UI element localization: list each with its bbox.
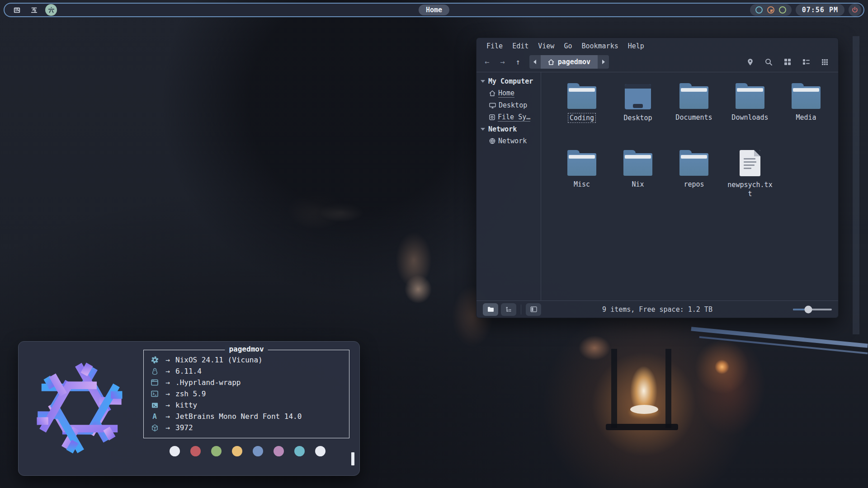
sidebar-item-network[interactable]: Network (476, 135, 541, 147)
sidebar-section-my-computer[interactable]: My Computer (476, 75, 541, 87)
fetch-shell-value: zsh 5.9 (175, 389, 206, 398)
menubar: File Edit View Go Bookmarks Help (476, 38, 838, 52)
terminal-window[interactable]: pagedmov → NixOS 24.11 (Vicuna) (18, 341, 360, 476)
list-view-icon (802, 58, 810, 66)
file-item-downloads[interactable]: Downloads (722, 82, 778, 149)
nixos-logo (30, 359, 129, 457)
terminal-color-palette (170, 446, 349, 456)
collapse-caret-icon (481, 80, 485, 83)
fetch-row-terminal: → kitty (149, 399, 344, 411)
path-segment-home[interactable]: pagedmov (541, 55, 598, 69)
folder-icon (679, 86, 708, 109)
back-button[interactable]: ← (485, 57, 489, 66)
forward-button[interactable]: → (500, 57, 505, 66)
packages-cube-icon (149, 424, 160, 432)
home-icon (548, 59, 554, 65)
path-scroll-left-button[interactable] (529, 55, 541, 69)
active-window-title[interactable]: Home (419, 5, 449, 15)
desktop-folder-icon (625, 84, 651, 109)
palette-dot-7 (315, 446, 326, 456)
up-button[interactable]: ↑ (516, 57, 520, 66)
filesystem-icon (489, 114, 495, 120)
file-label: Nix (632, 180, 644, 189)
icon-view-button[interactable] (784, 58, 791, 66)
file-item-coding[interactable]: Coding (554, 82, 610, 149)
fetch-row-shell: → zsh 5.9 (149, 388, 344, 399)
bar-right-modules: 07:56 PM (750, 4, 863, 16)
terminal-cursor (351, 452, 354, 465)
file-item-newpsych-txt[interactable]: newpsych.txt (722, 149, 778, 216)
arrow-icon: → (160, 401, 175, 409)
file-manager-window: File Edit View Go Bookmarks Help ← → ↑ p… (476, 38, 839, 318)
file-label: Downloads (731, 113, 768, 122)
menu-file[interactable]: File (486, 42, 503, 50)
side-panel-toggle-button[interactable] (526, 303, 541, 316)
file-item-media[interactable]: Media (778, 82, 834, 149)
list-view-button[interactable] (802, 58, 810, 66)
arrow-icon: → (160, 367, 175, 375)
power-button[interactable] (849, 4, 861, 16)
palette-dot-1 (190, 446, 201, 456)
file-item-misc[interactable]: Misc (554, 149, 610, 216)
fastfetch-box: pagedmov → NixOS 24.11 (Vicuna) (143, 350, 349, 438)
wm-window-icon (149, 379, 160, 386)
places-pane-button[interactable] (483, 303, 498, 316)
workspace-6-active[interactable] (45, 4, 57, 16)
sidebar-item-home[interactable]: Home (476, 87, 541, 99)
green-ring-icon[interactable] (779, 6, 786, 14)
desktop-icon (489, 103, 496, 108)
power-icon (851, 6, 859, 14)
tree-pane-button[interactable] (501, 303, 516, 316)
compact-view-icon (821, 59, 828, 66)
menu-help[interactable]: Help (628, 42, 644, 50)
fetch-row-font: A → JetBrains Mono Nerd Font 14.0 (149, 411, 344, 422)
location-pin-button[interactable] (747, 58, 754, 66)
grid-view-icon (784, 58, 791, 66)
file-item-documents[interactable]: Documents (666, 82, 722, 149)
home-icon (489, 90, 495, 96)
file-label: repos (684, 180, 704, 189)
search-button[interactable] (765, 58, 773, 66)
workspace-4[interactable] (11, 4, 23, 16)
clock[interactable]: 07:56 PM (796, 4, 844, 16)
menu-edit[interactable]: Edit (512, 42, 528, 50)
file-grid: Coding Desktop Documents Downloads Media… (541, 72, 838, 300)
menu-bookmarks[interactable]: Bookmarks (581, 42, 618, 50)
sidebar-item-label: File Sy… (498, 113, 530, 122)
path-scroll-right-button[interactable] (598, 55, 609, 69)
file-label: Desktop (623, 113, 652, 122)
sidebar-section-network[interactable]: Network (476, 123, 541, 135)
workspace-5[interactable] (28, 4, 40, 16)
fetch-font-value: JetBrains Mono Nerd Font 14.0 (175, 412, 302, 421)
sidebar-item-label: Network (498, 137, 527, 145)
arrow-icon: → (160, 356, 175, 364)
collapse-caret-icon (481, 128, 485, 131)
sidebar-item-desktop[interactable]: Desktop (476, 99, 541, 111)
fetch-row-wm: → .Hyprland-wrapp (149, 377, 344, 388)
file-item-nix[interactable]: Nix (610, 149, 666, 216)
zoom-slider[interactable] (793, 309, 832, 310)
orange-record-icon[interactable] (767, 6, 774, 14)
fetch-hostname: pagedmov (225, 345, 268, 353)
file-item-repos[interactable]: repos (666, 149, 722, 216)
compact-view-button[interactable] (821, 59, 828, 66)
location-pin-icon (747, 58, 754, 66)
slider-track (793, 309, 832, 310)
fetch-row-packages: → 3972 (149, 422, 344, 433)
toolbar: ← → ↑ pagedmov (476, 52, 838, 72)
menu-view[interactable]: View (538, 42, 554, 50)
palette-dot-2 (211, 446, 222, 456)
status-indicators (750, 4, 792, 16)
folder-icon (736, 86, 764, 109)
tree-view-icon (505, 306, 512, 313)
teal-ring-icon[interactable] (755, 6, 763, 14)
menu-go[interactable]: Go (564, 42, 572, 50)
path-label: pagedmov (558, 58, 590, 66)
sidebar-item-filesystem[interactable]: File Sy… (476, 111, 541, 123)
globe-icon (489, 138, 495, 144)
fetch-row-kernel: → 6.11.4 (149, 366, 344, 377)
fetch-packages-value: 3972 (175, 423, 193, 432)
file-item-desktop[interactable]: Desktop (610, 82, 666, 149)
text-file-icon (740, 150, 760, 176)
slider-knob[interactable] (805, 305, 812, 313)
